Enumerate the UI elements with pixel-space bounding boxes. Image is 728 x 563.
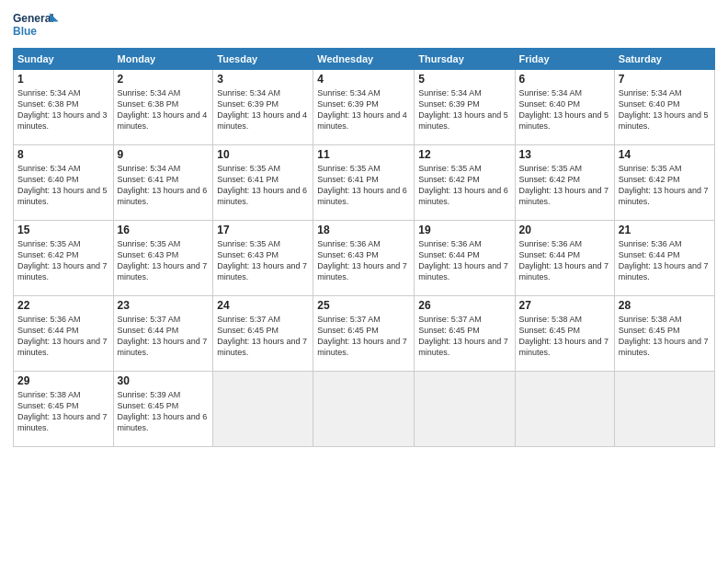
day-number: 25 (317, 299, 410, 312)
daylight-label: Daylight: 13 hours and 6 minutes. (118, 186, 208, 206)
week-row-3: 15 Sunrise: 5:35 AM Sunset: 6:42 PM Dayl… (14, 221, 715, 296)
week-row-4: 22 Sunrise: 5:36 AM Sunset: 6:44 PM Dayl… (14, 296, 715, 372)
page: General Blue SundayMondayTuesdayWednesda… (0, 0, 728, 563)
daylight-label: Daylight: 13 hours and 4 minutes. (217, 110, 307, 131)
day-info: Sunrise: 5:36 AM Sunset: 6:43 PM Dayligh… (317, 238, 410, 283)
sunset-label: Sunset: 6:42 PM (418, 175, 480, 184)
sunrise-label: Sunrise: 5:37 AM (317, 315, 381, 324)
sunset-label: Sunset: 6:40 PM (519, 99, 581, 109)
logo: General Blue (13, 9, 59, 42)
sunrise-label: Sunrise: 5:38 AM (17, 390, 81, 399)
day-number: 8 (17, 148, 109, 161)
daylight-label: Daylight: 13 hours and 6 minutes. (418, 186, 508, 206)
sunrise-label: Sunrise: 5:36 AM (317, 239, 381, 248)
sunrise-label: Sunrise: 5:37 AM (217, 315, 280, 324)
sunrise-label: Sunrise: 5:37 AM (418, 315, 482, 324)
daylight-label: Daylight: 13 hours and 7 minutes. (317, 337, 407, 357)
day-cell-5: 5 Sunrise: 5:34 AM Sunset: 6:39 PM Dayli… (415, 70, 515, 145)
sunrise-label: Sunrise: 5:35 AM (17, 239, 81, 248)
logo-icon: General Blue (13, 9, 59, 42)
day-cell-2: 2 Sunrise: 5:34 AM Sunset: 6:38 PM Dayli… (113, 70, 213, 145)
sunrise-label: Sunrise: 5:35 AM (217, 239, 280, 248)
day-info: Sunrise: 5:34 AM Sunset: 6:40 PM Dayligh… (17, 163, 109, 208)
day-info: Sunrise: 5:35 AM Sunset: 6:41 PM Dayligh… (317, 163, 410, 208)
day-number: 15 (17, 224, 109, 236)
day-info: Sunrise: 5:35 AM Sunset: 6:42 PM Dayligh… (519, 163, 610, 208)
calendar-header-row: SundayMondayTuesdayWednesdayThursdayFrid… (14, 49, 715, 70)
day-number: 16 (118, 224, 210, 236)
daylight-label: Daylight: 13 hours and 7 minutes. (17, 261, 108, 282)
day-cell-1: 1 Sunrise: 5:34 AM Sunset: 6:38 PM Dayli… (14, 70, 114, 145)
sunset-label: Sunset: 6:42 PM (619, 175, 680, 184)
day-cell-3: 3 Sunrise: 5:34 AM Sunset: 6:39 PM Dayli… (213, 70, 313, 145)
day-info: Sunrise: 5:34 AM Sunset: 6:39 PM Dayligh… (418, 87, 510, 132)
day-number: 7 (619, 73, 711, 86)
sunrise-label: Sunrise: 5:34 AM (317, 88, 381, 98)
day-cell-13: 13 Sunrise: 5:35 AM Sunset: 6:42 PM Dayl… (515, 145, 614, 221)
daylight-label: Daylight: 13 hours and 7 minutes. (519, 186, 609, 206)
daylight-label: Daylight: 13 hours and 6 minutes. (217, 186, 307, 206)
sunrise-label: Sunrise: 5:35 AM (418, 164, 482, 173)
sunset-label: Sunset: 6:39 PM (317, 99, 379, 109)
day-info: Sunrise: 5:38 AM Sunset: 6:45 PM Dayligh… (619, 314, 711, 359)
sunset-label: Sunset: 6:41 PM (217, 175, 279, 184)
day-cell-28: 28 Sunrise: 5:38 AM Sunset: 6:45 PM Dayl… (614, 296, 714, 372)
daylight-label: Daylight: 13 hours and 7 minutes. (17, 337, 108, 357)
sunset-label: Sunset: 6:43 PM (217, 250, 279, 259)
sunset-label: Sunset: 6:45 PM (217, 326, 279, 335)
week-row-5: 29 Sunrise: 5:38 AM Sunset: 6:45 PM Dayl… (14, 372, 715, 447)
daylight-label: Daylight: 13 hours and 4 minutes. (118, 110, 208, 131)
sunrise-label: Sunrise: 5:34 AM (619, 88, 682, 98)
sunset-label: Sunset: 6:45 PM (118, 401, 179, 410)
daylight-label: Daylight: 13 hours and 7 minutes. (118, 261, 208, 282)
day-number: 13 (519, 148, 610, 161)
day-info: Sunrise: 5:34 AM Sunset: 6:41 PM Dayligh… (118, 163, 210, 208)
day-info: Sunrise: 5:37 AM Sunset: 6:44 PM Dayligh… (118, 314, 210, 359)
header-wednesday: Wednesday (313, 49, 415, 70)
day-info: Sunrise: 5:37 AM Sunset: 6:45 PM Dayligh… (418, 314, 510, 359)
daylight-label: Daylight: 13 hours and 6 minutes. (118, 412, 208, 432)
sunset-label: Sunset: 6:43 PM (118, 250, 179, 259)
week-row-1: 1 Sunrise: 5:34 AM Sunset: 6:38 PM Dayli… (14, 70, 715, 145)
day-info: Sunrise: 5:34 AM Sunset: 6:40 PM Dayligh… (619, 87, 711, 132)
sunrise-label: Sunrise: 5:35 AM (317, 164, 381, 173)
sunrise-label: Sunrise: 5:37 AM (118, 315, 181, 324)
sunset-label: Sunset: 6:44 PM (519, 250, 581, 259)
header-friday: Friday (515, 49, 614, 70)
day-info: Sunrise: 5:35 AM Sunset: 6:43 PM Dayligh… (217, 238, 309, 283)
day-info: Sunrise: 5:36 AM Sunset: 6:44 PM Dayligh… (619, 238, 711, 283)
daylight-label: Daylight: 13 hours and 5 minutes. (418, 110, 508, 131)
day-info: Sunrise: 5:36 AM Sunset: 6:44 PM Dayligh… (418, 238, 510, 283)
sunset-label: Sunset: 6:42 PM (519, 175, 581, 184)
day-number: 24 (217, 299, 309, 312)
day-number: 1 (17, 73, 109, 86)
week-row-2: 8 Sunrise: 5:34 AM Sunset: 6:40 PM Dayli… (14, 145, 715, 221)
day-number: 9 (118, 148, 210, 161)
day-number: 26 (418, 299, 510, 312)
day-cell-18: 18 Sunrise: 5:36 AM Sunset: 6:43 PM Dayl… (313, 221, 415, 296)
day-info: Sunrise: 5:36 AM Sunset: 6:44 PM Dayligh… (519, 238, 610, 283)
day-cell-14: 14 Sunrise: 5:35 AM Sunset: 6:42 PM Dayl… (614, 145, 714, 221)
sunrise-label: Sunrise: 5:36 AM (418, 239, 482, 248)
day-info: Sunrise: 5:34 AM Sunset: 6:40 PM Dayligh… (519, 87, 610, 132)
day-number: 22 (17, 299, 109, 312)
sunrise-label: Sunrise: 5:34 AM (17, 164, 81, 173)
sunset-label: Sunset: 6:45 PM (519, 326, 581, 335)
day-number: 14 (619, 148, 711, 161)
sunset-label: Sunset: 6:45 PM (317, 326, 379, 335)
sunrise-label: Sunrise: 5:35 AM (519, 164, 583, 173)
sunset-label: Sunset: 6:38 PM (17, 99, 79, 109)
day-cell-7: 7 Sunrise: 5:34 AM Sunset: 6:40 PM Dayli… (614, 70, 714, 145)
sunset-label: Sunset: 6:43 PM (317, 250, 379, 259)
day-number: 23 (118, 299, 210, 312)
day-number: 28 (619, 299, 711, 312)
sunset-label: Sunset: 6:39 PM (418, 99, 480, 109)
sunrise-label: Sunrise: 5:34 AM (17, 88, 81, 98)
day-cell-20: 20 Sunrise: 5:36 AM Sunset: 6:44 PM Dayl… (515, 221, 614, 296)
empty-cell (313, 372, 415, 447)
sunset-label: Sunset: 6:40 PM (619, 99, 680, 109)
day-cell-11: 11 Sunrise: 5:35 AM Sunset: 6:41 PM Dayl… (313, 145, 415, 221)
daylight-label: Daylight: 13 hours and 3 minutes. (17, 110, 108, 131)
day-number: 12 (418, 148, 510, 161)
daylight-label: Daylight: 13 hours and 5 minutes. (17, 186, 108, 206)
